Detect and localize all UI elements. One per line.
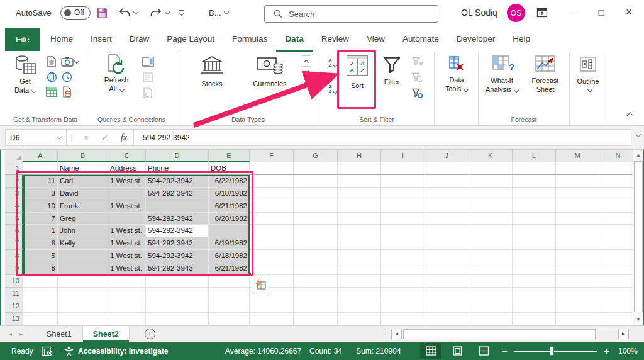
cell-K13[interactable]	[469, 313, 513, 325]
cell-A4[interactable]: 10	[23, 200, 58, 213]
close-button[interactable]: ×	[616, 0, 641, 24]
advanced-filter-icon[interactable]	[411, 87, 424, 99]
cell-B8[interactable]	[58, 250, 108, 262]
cell-L13[interactable]	[513, 313, 556, 325]
cell-G3[interactable]	[294, 188, 338, 200]
cell-E2[interactable]: 6/22/1982	[209, 175, 250, 188]
cell-C12[interactable]	[108, 300, 146, 313]
cell-B5[interactable]: Greg	[58, 213, 108, 225]
cell-K5[interactable]	[469, 213, 513, 225]
cell-G2[interactable]	[294, 175, 338, 188]
from-table-icon[interactable]	[45, 86, 58, 98]
cell-M7[interactable]	[556, 237, 599, 250]
redo-dropdown-icon[interactable]	[165, 9, 170, 14]
cell-F6[interactable]	[250, 225, 294, 237]
cell-H13[interactable]	[338, 313, 381, 325]
cell-N11[interactable]	[599, 288, 633, 300]
cell-F1[interactable]	[250, 162, 294, 175]
tab-review[interactable]: Review	[313, 25, 358, 52]
row-header-9[interactable]: 9	[5, 262, 23, 275]
cell-D6[interactable]: 594-292-3942	[146, 225, 209, 237]
zoom-in-button[interactable]: +	[604, 342, 609, 360]
page-break-preview-button[interactable]	[473, 343, 494, 359]
cell-M12[interactable]	[556, 300, 599, 313]
tab-automate[interactable]: Automate	[394, 25, 448, 52]
cell-G7[interactable]	[294, 237, 338, 250]
column-header-M[interactable]: M	[556, 150, 599, 162]
cell-N9[interactable]	[599, 262, 633, 275]
cell-F5[interactable]	[250, 213, 294, 225]
from-picture-icon[interactable]	[60, 55, 79, 68]
select-all-corner[interactable]	[5, 150, 23, 162]
cell-N4[interactable]	[599, 200, 633, 213]
account-avatar[interactable]: OS	[507, 4, 525, 22]
column-header-J[interactable]: J	[425, 150, 469, 162]
undo-dropdown-icon[interactable]	[133, 9, 138, 14]
cell-D1[interactable]: Phone	[146, 162, 209, 175]
sheet-tab-sheet1[interactable]: Sheet1	[36, 326, 82, 342]
cell-E8[interactable]: 6/18/1982	[209, 250, 250, 262]
cell-I11[interactable]	[381, 288, 425, 300]
cell-I3[interactable]	[381, 188, 425, 200]
cell-K3[interactable]	[469, 188, 513, 200]
cell-E3[interactable]: 6/18/1982	[209, 188, 250, 200]
sheet-nav-right-icon[interactable]: ▸	[19, 330, 23, 337]
insert-function-button[interactable]: fx	[114, 133, 133, 143]
cell-I10[interactable]	[381, 275, 425, 288]
cell-F12[interactable]	[250, 300, 294, 313]
cell-J4[interactable]	[425, 200, 469, 213]
sheet-tab-sheet2[interactable]: Sheet2	[82, 326, 130, 342]
data-tools-button[interactable]: Data Tools	[439, 55, 474, 93]
cell-F9[interactable]	[250, 262, 294, 275]
collapse-ribbon-button[interactable]	[626, 112, 633, 119]
new-sheet-button[interactable]: +	[145, 329, 155, 339]
cell-C7[interactable]: 1 West st.	[108, 237, 146, 250]
cell-G8[interactable]	[294, 250, 338, 262]
cell-L7[interactable]	[513, 237, 556, 250]
column-header-I[interactable]: I	[381, 150, 425, 162]
cell-C4[interactable]: 1 West st.	[108, 200, 146, 213]
cell-E1[interactable]: DOB	[209, 162, 250, 175]
column-header-B[interactable]: B	[58, 150, 108, 162]
cell-A11[interactable]	[23, 288, 58, 300]
cell-M9[interactable]	[556, 262, 599, 275]
cell-B3[interactable]: David	[58, 188, 108, 200]
cell-I7[interactable]	[381, 237, 425, 250]
recent-sources-icon[interactable]	[60, 70, 73, 83]
column-header-L[interactable]: L	[513, 150, 556, 162]
cell-A1[interactable]	[23, 162, 58, 175]
cell-H6[interactable]	[338, 225, 381, 237]
cell-H11[interactable]	[338, 288, 381, 300]
row-header-12[interactable]: 12	[5, 300, 23, 313]
horizontal-scrollbar[interactable]: ◄ ►	[391, 328, 629, 339]
cell-H8[interactable]	[338, 250, 381, 262]
row-header-10[interactable]: 10	[5, 275, 23, 288]
column-header-K[interactable]: K	[469, 150, 513, 162]
cell-K11[interactable]	[469, 288, 513, 300]
cell-J10[interactable]	[425, 275, 469, 288]
cell-J7[interactable]	[425, 237, 469, 250]
forecast-sheet-button[interactable]: Forecast Sheet	[525, 55, 565, 94]
cell-C10[interactable]	[108, 275, 146, 288]
cell-L8[interactable]	[513, 250, 556, 262]
sort-ascending-button[interactable]: AZ	[325, 57, 341, 69]
cell-E9[interactable]: 6/21/1982	[209, 262, 250, 275]
quick-analysis-button[interactable]	[252, 276, 269, 293]
cell-E12[interactable]	[209, 300, 250, 313]
vertical-scrollbar[interactable]: ▲ ▼	[633, 150, 643, 325]
row-header-11[interactable]: 11	[5, 288, 23, 300]
normal-view-button[interactable]	[420, 343, 441, 359]
column-header-C[interactable]: C	[108, 150, 146, 162]
row-header-1[interactable]: 1	[5, 162, 23, 175]
maximize-button[interactable]: □	[589, 0, 614, 24]
undo-button[interactable]	[118, 0, 138, 25]
cell-J13[interactable]	[425, 313, 469, 325]
cell-K1[interactable]	[469, 162, 513, 175]
cell-M5[interactable]	[556, 213, 599, 225]
cell-A8[interactable]: 5	[23, 250, 58, 262]
cell-G4[interactable]	[294, 200, 338, 213]
customize-quick-access-toolbar-button[interactable]	[179, 0, 184, 25]
cell-M3[interactable]	[556, 188, 599, 200]
tab-view[interactable]: View	[358, 25, 394, 52]
tab-developer[interactable]: Developer	[448, 25, 504, 52]
